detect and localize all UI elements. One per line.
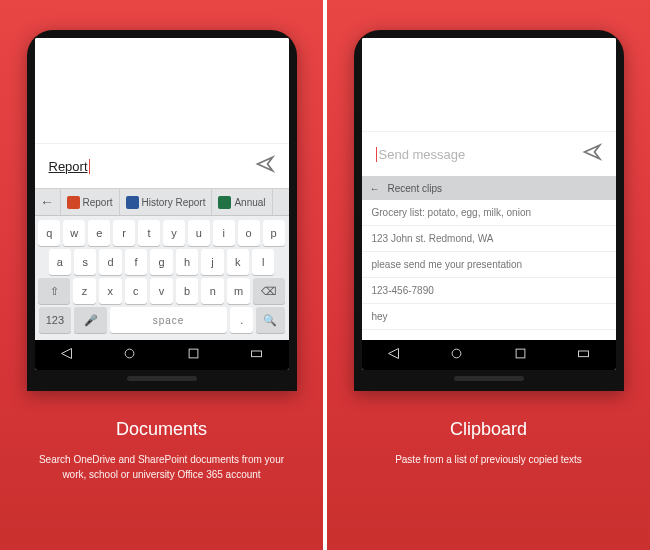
key-i[interactable]: i [213, 220, 235, 246]
clipboard-item[interactable]: 123 John st. Redmond, WA [362, 226, 616, 252]
key-a[interactable]: a [49, 249, 71, 275]
message-input[interactable]: Report [49, 159, 255, 174]
svg-point-3 [452, 349, 461, 358]
key-shift[interactable]: ⇧ [38, 278, 70, 304]
key-e[interactable]: e [88, 220, 110, 246]
panel-documents: Report ← Report History Report [0, 0, 323, 550]
nav-home-icon[interactable] [122, 346, 137, 365]
key-backspace[interactable]: ⌫ [253, 278, 285, 304]
svg-rect-1 [189, 349, 198, 358]
message-input-row: Report [35, 143, 289, 188]
nav-back-icon[interactable] [386, 346, 401, 365]
phone-frame: Send message ← Recent clips Grocery list… [354, 30, 624, 391]
key-space[interactable]: space [110, 307, 227, 333]
key-y[interactable]: y [163, 220, 185, 246]
caption-subtitle: Paste from a list of previously copied t… [395, 452, 582, 467]
key-h[interactable]: h [176, 249, 198, 275]
clipboard-item[interactable]: 123-456-7890 [362, 278, 616, 304]
back-icon[interactable]: ← [35, 189, 61, 215]
key-mic[interactable]: 🎤 [74, 307, 107, 333]
nav-keyboard-icon[interactable] [576, 346, 591, 365]
nav-back-icon[interactable] [59, 346, 74, 365]
nav-keyboard-icon[interactable] [249, 346, 264, 365]
suggestion-label: Annual [234, 197, 265, 208]
key-w[interactable]: w [63, 220, 85, 246]
phone-speaker [454, 376, 524, 381]
suggestion-bar: ← Report History Report Annual [35, 188, 289, 216]
word-icon [126, 196, 139, 209]
key-r[interactable]: r [113, 220, 135, 246]
key-search[interactable]: 🔍 [256, 307, 284, 333]
key-n[interactable]: n [201, 278, 224, 304]
suggestion-item[interactable]: History Report [120, 189, 213, 215]
message-input[interactable]: Send message [376, 147, 582, 162]
key-v[interactable]: v [150, 278, 173, 304]
key-z[interactable]: z [73, 278, 96, 304]
clipboard-list: Grocery list: potato, egg, milk, onion 1… [362, 200, 616, 340]
svg-rect-5 [579, 351, 589, 357]
phone-screen: Send message ← Recent clips Grocery list… [362, 38, 616, 370]
mic-icon: 🎤 [84, 314, 98, 327]
clipboard-item[interactable]: Grocery list: potato, egg, milk, onion [362, 200, 616, 226]
nav-recent-icon[interactable] [513, 346, 528, 365]
keyboard: q w e r t y u i o p a s d f g h [35, 216, 289, 340]
key-m[interactable]: m [227, 278, 250, 304]
message-input-row: Send message [362, 131, 616, 176]
clipboard-header: ← Recent clips [362, 176, 616, 200]
key-k[interactable]: k [227, 249, 249, 275]
key-q[interactable]: q [38, 220, 60, 246]
key-s[interactable]: s [74, 249, 96, 275]
send-icon[interactable] [255, 154, 275, 178]
key-period[interactable]: . [230, 307, 253, 333]
key-f[interactable]: f [125, 249, 147, 275]
key-d[interactable]: d [99, 249, 121, 275]
key-c[interactable]: c [125, 278, 148, 304]
clipboard-item[interactable]: please send me your presentation [362, 252, 616, 278]
clipboard-item[interactable]: hey [362, 304, 616, 330]
caption-subtitle: Search OneDrive and SharePoint documents… [32, 452, 292, 482]
suggestion-label: History Report [142, 197, 206, 208]
phone-frame: Report ← Report History Report [27, 30, 297, 391]
nav-home-icon[interactable] [449, 346, 464, 365]
android-navbar [35, 340, 289, 370]
back-icon[interactable]: ← [370, 183, 380, 194]
excel-icon [218, 196, 231, 209]
caption-title: Documents [116, 419, 207, 440]
suggestion-item[interactable]: Annual [212, 189, 272, 215]
key-l[interactable]: l [252, 249, 274, 275]
nav-recent-icon[interactable] [186, 346, 201, 365]
message-area: Send message [362, 38, 616, 176]
key-t[interactable]: t [138, 220, 160, 246]
key-o[interactable]: o [238, 220, 260, 246]
powerpoint-icon [67, 196, 80, 209]
phone-screen: Report ← Report History Report [35, 38, 289, 370]
key-x[interactable]: x [99, 278, 122, 304]
key-g[interactable]: g [150, 249, 172, 275]
key-b[interactable]: b [176, 278, 199, 304]
android-navbar [362, 340, 616, 370]
clipboard-header-label: Recent clips [388, 183, 442, 194]
svg-rect-2 [252, 351, 262, 357]
phone-speaker [127, 376, 197, 381]
send-icon[interactable] [582, 142, 602, 166]
suggestion-label: Report [83, 197, 113, 208]
message-area: Report [35, 38, 289, 188]
svg-rect-4 [516, 349, 525, 358]
key-u[interactable]: u [188, 220, 210, 246]
search-icon: 🔍 [263, 314, 277, 327]
panel-clipboard: Send message ← Recent clips Grocery list… [327, 0, 650, 550]
key-p[interactable]: p [263, 220, 285, 246]
key-j[interactable]: j [201, 249, 223, 275]
suggestion-item[interactable]: Report [61, 189, 120, 215]
svg-point-0 [125, 349, 134, 358]
key-number-switch[interactable]: 123 [39, 307, 72, 333]
caption-title: Clipboard [450, 419, 527, 440]
